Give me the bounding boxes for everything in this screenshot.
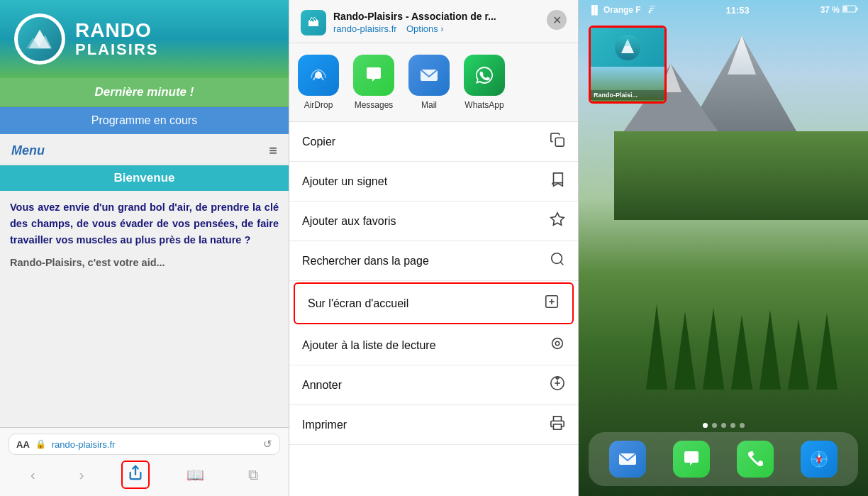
battery-label: 37 % [820,5,840,15]
menu-label: Menu [11,143,45,158]
svg-rect-36 [857,8,858,11]
dot-4[interactable] [730,423,735,428]
site-title-plaisirs: PLAISIRS [75,41,158,58]
carrier-label: Orange F [603,5,641,15]
status-right: 37 % [820,5,858,15]
dot-1[interactable] [703,423,708,428]
dock-app-phone[interactable] [737,441,774,478]
svg-marker-30 [731,315,752,390]
action-ajouter-favoris[interactable]: Ajouter aux favoris [289,202,578,241]
imprimer-label: Imprimer [302,419,347,431]
share-actions-list: Copier Ajouter un signet Ajouter aux fav… [289,122,578,496]
bienvenue-bar: Bienvenue [0,165,289,191]
url-bar[interactable]: AA 🔒 rando-plaisirs.fr ↺ [9,434,280,455]
site-title-block: RANDO PLAISIRS [75,20,158,59]
liste-lecture-icon [550,336,565,355]
share-site-icon: 🏔 [301,10,326,35]
messages-icon [353,55,394,96]
homescreen-dock [589,432,858,486]
share-app-messages[interactable]: Messages [353,55,394,110]
action-ecran-accueil[interactable]: Sur l'écran d'accueil [294,282,574,324]
share-site-logo: 🏔 [308,16,319,29]
bookmark-button[interactable]: 📖 [179,463,211,486]
svg-point-14 [555,341,560,346]
svg-rect-23 [614,131,868,220]
content-paragraph-2: Rando-Plaisirs, c'est votre aid... [10,255,279,271]
nav-programme[interactable]: Programme en cours [0,107,289,134]
site-main-content: Vous avez envie d'un grand bol d'air, de… [0,191,289,427]
rechercher-label: Rechercher dans la page [302,255,429,268]
status-time: 11:53 [726,5,750,16]
airdrop-label: AirDrop [304,100,333,110]
copier-icon [550,132,565,151]
annoter-label: Annoter [302,379,342,392]
dot-3[interactable] [721,423,726,428]
share-header-text: Rando-Plaisirs - Association de r... ran… [333,11,496,35]
svg-marker-31 [760,310,781,390]
share-options-link[interactable]: Options › [406,23,444,34]
share-close-button[interactable]: ✕ [547,10,567,30]
tabs-button[interactable]: ⧉ [241,464,265,486]
panel-homescreen: ▐▌ Orange F 11:53 37 % [579,0,868,496]
hamburger-icon[interactable]: ≡ [269,143,277,159]
dock-app-safari[interactable] [801,441,838,478]
site-menu-bar: Menu ≡ [0,137,289,165]
trees-svg [628,304,855,390]
ecran-accueil-label: Sur l'écran d'accueil [308,297,408,310]
browser-toolbar: AA 🔒 rando-plaisirs.fr ↺ ‹ › 📖 ⧉ [0,427,289,496]
site-header: RANDO PLAISIRS [0,0,289,78]
mail-icon [408,55,450,96]
share-app-mail[interactable]: Mail [408,55,450,110]
signet-icon [550,172,565,191]
action-annoter[interactable]: Annoter [289,365,578,405]
website-content: RANDO PLAISIRS Dernière minute ! Program… [0,0,289,427]
airdrop-icon [298,55,339,96]
dot-2[interactable] [712,423,717,428]
share-app-airdrop[interactable]: AirDrop [298,55,339,110]
site-logo [14,13,65,65]
share-button-highlight [121,461,150,489]
status-bar: ▐▌ Orange F 11:53 37 % [579,0,868,20]
action-rechercher[interactable]: Rechercher dans la page [289,241,578,281]
url-aa-button[interactable]: AA [16,439,30,450]
forward-button[interactable]: › [72,464,91,486]
svg-marker-7 [551,213,564,225]
action-imprimer[interactable]: Imprimer [289,405,578,445]
mail-label: Mail [421,100,437,110]
whatsapp-label: WhatsApp [464,100,503,110]
share-page-title: Rando-Plaisirs - Association de r... [333,11,496,22]
url-text[interactable]: rando-plaisirs.fr [52,439,257,450]
svg-line-9 [560,262,563,265]
svg-rect-18 [554,424,562,429]
favoris-label: Ajouter aux favoris [302,215,396,228]
panel-share-sheet: 🏔 Rando-Plaisirs - Association de r... r… [289,0,579,496]
content-paragraph-1: Vous avez envie d'un grand bol d'air, de… [10,199,279,249]
ecran-accueil-icon [544,294,560,313]
whatsapp-icon [464,55,505,96]
status-left: ▐▌ Orange F [589,5,655,16]
share-button[interactable] [128,465,143,485]
nav-bar: ‹ › 📖 ⧉ [9,459,280,490]
panel-browser: RANDO PLAISIRS Dernière minute ! Program… [0,0,289,496]
favoris-icon [550,211,565,231]
svg-point-34 [648,11,650,13]
action-copier[interactable]: Copier [289,122,578,162]
dot-5[interactable] [740,423,745,428]
share-app-whatsapp[interactable]: WhatsApp [464,55,505,110]
signal-bars: ▐▌ [589,5,601,15]
annoter-icon [550,375,565,395]
copier-label: Copier [302,136,335,148]
dock-app-messages[interactable] [673,441,710,478]
liste-lecture-label: Ajouter à la liste de lecture [302,339,436,352]
reload-icon[interactable]: ↺ [263,438,272,451]
lock-icon: 🔒 [35,439,46,449]
action-ajouter-signet[interactable]: Ajouter un signet [289,162,578,202]
nav-derniere[interactable]: Dernière minute ! [0,78,289,107]
logo-inner [18,17,62,61]
thumbnail-logo-area [591,28,664,67]
dock-app-mail[interactable] [609,441,646,478]
back-button[interactable]: ‹ [23,464,43,486]
action-liste-lecture[interactable]: Ajouter à la liste de lecture [289,326,578,365]
share-header-info: 🏔 Rando-Plaisirs - Association de r... r… [301,10,496,35]
share-page-url: rando-plaisirs.fr [333,23,397,34]
